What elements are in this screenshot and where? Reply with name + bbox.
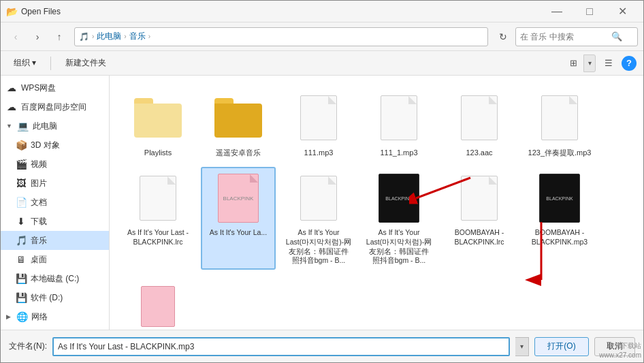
file-label: BOOMBAYAH - BLACKPINK.lrc [446,228,513,247]
main-content: ☁ WPS网盘 ☁ 百度网盘同步空间 ▼ 💻 此电脑 📦 3D 对象 🎬 视频 [1,76,643,330]
file-label: 123.aac [466,148,492,157]
file-item-111_1mp3[interactable]: 111_1.mp3 [361,86,436,161]
folder-thumb-yaoyao [211,91,265,145]
sidebar-item-baidu[interactable]: ☁ 百度网盘同步空间 [1,97,109,116]
cancel-button[interactable]: 取消 [594,337,635,356]
file-label: As If It's Your Last(마지막처럼)-网友别名：韩国证件照抖音… [366,228,432,266]
doc-icon-shape [541,95,578,140]
search-input[interactable] [520,32,609,42]
breadcrumb-thispc[interactable]: 此电脑 [97,31,121,42]
files-area: Playlists 遥遥安卓音乐 [110,76,643,330]
sidebar-item-wps[interactable]: ☁ WPS网盘 [1,78,109,97]
bottombar: 文件名(N): ▾ 打开(O) 取消 [1,330,643,362]
sidebar-item-label: 网络 [31,311,48,323]
actionbar-sep [50,57,51,70]
file-label: As If It's Your Last(마지막처럼)-网友别名：韩国证件照抖音… [285,228,352,266]
music-icon: 🎵 [16,235,27,246]
doc-icon: 📄 [16,197,27,208]
sidebar-item-label: 下载 [31,216,47,227]
file-item-123mp3[interactable]: 123_伴奏提取.mp3 [522,86,597,161]
doc-thumb [291,91,346,145]
back-button[interactable]: ‹ [6,27,25,46]
forward-button[interactable]: › [28,27,47,46]
sidebar-item-label: 桌面 [31,254,47,266]
breadcrumb: 🎵 › 此电脑 › 音乐 › [74,27,488,46]
view-buttons: ⊞ ▾ ☰ ? [564,54,637,72]
localc-icon: 💾 [16,273,27,284]
file-item-123aac[interactable]: 123.aac [442,86,517,161]
new-folder-button[interactable]: 新建文件夹 [59,54,112,72]
sidebar-item-label: 视频 [31,159,47,170]
doc-icon-shape [300,95,337,140]
picture-icon: 🖼 [16,178,27,189]
file-label: Playlists [144,148,172,157]
file-item-asif-black[interactable]: BLACKPINK As If It's Your Last(마지막처럼)-网友… [361,167,436,270]
sidebar-item-label: 文档 [31,197,47,208]
breadcrumb-music[interactable]: 音乐 [129,31,146,42]
sidebar-item-thispc[interactable]: ▼ 💻 此电脑 [1,116,109,136]
titlebar-left: 📂 Open Files [6,6,61,17]
file-label: 123_伴奏提取.mp3 [528,148,592,157]
doc-icon-shape [300,176,337,221]
file-item-playlists[interactable]: Playlists [120,86,195,161]
sidebar-item-video[interactable]: 🎬 视频 [1,155,109,174]
file-item-boombayah-lrc[interactable]: BOOMBAYAH - BLACKPINK.lrc [442,167,517,270]
minimize-button[interactable]: — [541,1,573,22]
sidebar-item-music[interactable]: 🎵 音乐 [1,231,109,250]
open-button[interactable]: 打开(O) [534,337,589,356]
open-files-dialog: 📂 Open Files — □ ✕ ‹ › ↑ 🎵 › 此电脑 › 音乐 › … [0,0,644,363]
folder-icon [134,98,182,138]
refresh-button[interactable]: ↻ [494,27,513,46]
search-icon: 🔍 [611,31,622,42]
sidebar-item-softd[interactable]: 💾 软件 (D:) [1,288,109,307]
sidebar-item-3d[interactable]: 📦 3D 对象 [1,136,109,155]
filename-dropdown-button[interactable]: ▾ [515,337,529,356]
doc-icon-shape [381,95,417,140]
file-label: As It It's Your La... [210,228,267,238]
file-item-111mp3[interactable]: 111.mp3 [281,86,356,161]
filename-input[interactable] [52,337,510,356]
doc-pink-shape: BLACKPINK [218,174,259,223]
file-item-asif-mp3-selected[interactable]: BLACKPINK As It It's Your La... [201,167,276,270]
titlebar-controls: — □ ✕ [541,1,638,22]
expand-icon: ▶ [6,313,11,320]
doc-icon-shape [461,176,498,221]
view-icon-button[interactable]: ⊞ [564,54,582,72]
sidebar-item-doc[interactable]: 📄 文档 [1,193,109,212]
sidebar-item-download[interactable]: ⬇ 下载 [1,212,109,231]
softd-icon: 💾 [16,292,27,303]
sidebar-item-network[interactable]: ▶ 🌐 网络 [1,307,109,326]
file-item-yaoyao[interactable]: 遥遥安卓音乐 [201,86,276,161]
file-item-asif-lrc[interactable]: As If It's Your Last - BLACKPINK.lrc [120,167,195,270]
sidebar-item-label: 本地磁盘 (C:) [31,273,79,285]
filename-label: 文件名(N): [9,341,47,352]
file-label: 111_1.mp3 [380,148,417,157]
up-button[interactable]: ↑ [50,27,69,46]
expand-icon: ▼ [6,123,12,129]
sidebar-item-picture[interactable]: 🖼 图片 [1,174,109,193]
sidebar-item-desktop[interactable]: 🖥 桌面 [1,250,109,269]
view-dropdown-button[interactable]: ▾ [583,54,596,72]
maximize-button[interactable]: □ [574,1,605,22]
sidebar-item-localc[interactable]: 💾 本地磁盘 (C:) [1,269,109,288]
doc-black-shape: BLACKPINK [379,174,419,223]
doc-thumb-black: BLACKPINK [372,171,426,225]
actionbar: 组织 ▾ 新建文件夹 ⊞ ▾ ☰ ? [1,51,643,76]
search-box: 🔍 [515,27,638,46]
file-item-extra-pink[interactable] [120,275,195,330]
doc-thumb [131,171,185,225]
file-label: 111.mp3 [304,148,334,157]
help-button[interactable]: ? [622,56,637,71]
organize-button[interactable]: 组织 ▾ [7,54,42,72]
file-item-asif-long[interactable]: As If It's Your Last(마지막처럼)-网友别名：韩国证件照抖音… [281,167,356,270]
details-view-button[interactable]: ☰ [600,54,617,72]
desktop-icon: 🖥 [16,254,27,265]
file-item-boombayah-mp3[interactable]: BLACKPINK BOOMBAYAH - BLACKPINK.mp3 [522,167,597,270]
baidu-icon: ☁ [6,101,17,112]
sidebar-item-label: 图片 [31,178,47,189]
doc-icon-shape [461,95,498,140]
sidebar-item-label: 3D 对象 [31,140,60,151]
close-button[interactable]: ✕ [607,1,638,22]
sidebar-item-label: 音乐 [31,235,47,247]
sidebar-item-label: 百度网盘同步空间 [21,101,86,113]
